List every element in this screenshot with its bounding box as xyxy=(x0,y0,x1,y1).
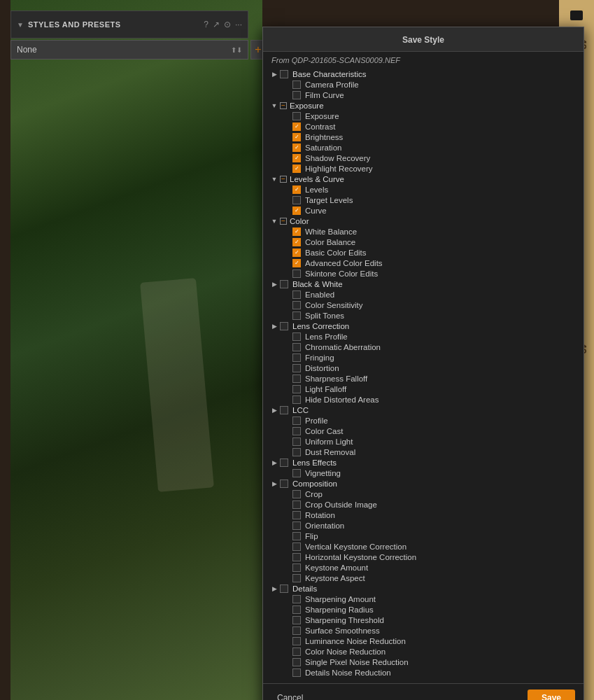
checkbox-vignetting[interactable] xyxy=(292,469,301,477)
item-color-cast[interactable]: Color Cast xyxy=(269,426,578,436)
item-rotation[interactable]: Rotation xyxy=(269,510,578,520)
item-sharpening-threshold[interactable]: Sharpening Threshold xyxy=(269,615,578,625)
item-sharpening-radius[interactable]: Sharpening Radius xyxy=(269,604,578,615)
checkbox-sharpening-threshold[interactable] xyxy=(292,616,301,624)
item-levels[interactable]: Levels xyxy=(269,184,578,195)
item-hide-distorted[interactable]: Hide Distorted Areas xyxy=(269,394,578,405)
item-highlight-recovery[interactable]: Highlight Recovery xyxy=(269,163,578,174)
checkbox-white-balance[interactable] xyxy=(292,227,301,236)
item-skintone-color-edits[interactable]: Skintone Color Edits xyxy=(269,268,578,279)
checkbox-keystone-aspect[interactable] xyxy=(292,574,301,582)
item-contrast[interactable]: Contrast xyxy=(269,121,578,132)
checkbox-saturation[interactable] xyxy=(292,144,301,152)
checkbox-contrast[interactable] xyxy=(292,122,301,131)
checkbox-distortion[interactable] xyxy=(292,364,301,372)
item-vignetting[interactable]: Vignetting xyxy=(269,468,578,478)
checkbox-flip[interactable] xyxy=(292,532,301,540)
save-button[interactable]: Save xyxy=(528,690,575,700)
checkbox-composition[interactable] xyxy=(280,479,288,488)
item-color-balance[interactable]: Color Balance xyxy=(269,237,578,247)
collapse-icon[interactable]: ▼ xyxy=(17,21,24,29)
checkbox-light-falloff[interactable] xyxy=(292,385,301,393)
checkbox-curve[interactable] xyxy=(292,206,301,215)
item-brightness[interactable]: Brightness xyxy=(269,132,578,142)
checkbox-base[interactable] xyxy=(280,70,288,78)
checkbox-sharpening-radius[interactable] xyxy=(292,606,301,614)
checkbox-chromatic-aberration[interactable] xyxy=(292,343,301,351)
checkbox-profile[interactable] xyxy=(292,416,301,425)
checkbox-bw[interactable] xyxy=(280,280,288,288)
item-keystone-aspect[interactable]: Keystone Aspect xyxy=(269,573,578,583)
section-composition[interactable]: Composition xyxy=(269,478,578,489)
checkbox-sharpness-falloff[interactable] xyxy=(292,374,301,383)
item-dust-removal[interactable]: Dust Removal xyxy=(269,447,578,457)
item-fringing[interactable]: Fringing xyxy=(269,352,578,363)
item-shadow-recovery[interactable]: Shadow Recovery xyxy=(269,153,578,163)
checkbox-hide-distorted[interactable] xyxy=(292,396,301,404)
help-icon[interactable]: ? xyxy=(204,20,208,29)
checkbox-horizontal-keystone[interactable] xyxy=(292,553,301,561)
checkbox-crop-outside[interactable] xyxy=(292,500,301,509)
item-target-levels[interactable]: Target Levels xyxy=(269,195,578,205)
item-camera-profile[interactable]: Camera Profile xyxy=(269,79,578,90)
item-film-curve[interactable]: Film Curve xyxy=(269,90,578,100)
item-profile[interactable]: Profile xyxy=(269,415,578,426)
checkbox-color-sensitivity[interactable] xyxy=(292,301,301,309)
item-split-tones[interactable]: Split Tones xyxy=(269,310,578,321)
checkbox-details[interactable] xyxy=(280,584,288,593)
item-vertical-keystone[interactable]: Vertical Keystone Correction xyxy=(269,541,578,552)
section-levels-curve[interactable]: Levels & Curve xyxy=(269,174,578,184)
checkbox-details-noise[interactable] xyxy=(292,668,301,677)
checkbox-basic-color-edits[interactable] xyxy=(292,248,301,257)
item-orientation[interactable]: Orientation xyxy=(269,520,578,531)
item-lens-profile[interactable]: Lens Profile xyxy=(269,331,578,342)
checkbox-dust-removal[interactable] xyxy=(292,448,301,456)
item-white-balance[interactable]: White Balance xyxy=(269,226,578,237)
checkbox-target-levels[interactable] xyxy=(292,196,301,204)
checkbox-shadow-recovery[interactable] xyxy=(292,154,301,162)
checkbox-uniform-light[interactable] xyxy=(292,438,301,446)
section-lens-effects[interactable]: Lens Effects xyxy=(269,457,578,468)
checkbox-advanced-color-edits[interactable] xyxy=(292,259,301,267)
checkbox-film-curve[interactable] xyxy=(292,91,301,99)
item-saturation[interactable]: Saturation xyxy=(269,142,578,153)
checkbox-highlight-recovery[interactable] xyxy=(292,164,301,173)
section-details[interactable]: Details xyxy=(269,583,578,594)
checkbox-color-cast[interactable] xyxy=(292,427,301,435)
item-sharpness-falloff[interactable]: Sharpness Falloff xyxy=(269,373,578,384)
item-surface-smoothness[interactable]: Surface Smoothness xyxy=(269,625,578,636)
item-crop-outside[interactable]: Crop Outside Image xyxy=(269,499,578,510)
checkbox-sharpening-amount[interactable] xyxy=(292,595,301,603)
checkbox-luminance-noise[interactable] xyxy=(292,637,301,645)
item-chromatic-aberration[interactable]: Chromatic Aberration xyxy=(269,342,578,352)
style-dropdown[interactable]: None ⬆⬇ xyxy=(10,40,248,59)
checkbox-brightness[interactable] xyxy=(292,133,301,141)
checkbox-levels[interactable] xyxy=(292,186,301,194)
item-exposure[interactable]: Exposure xyxy=(269,111,578,121)
checkbox-crop[interactable] xyxy=(292,490,301,498)
item-color-noise[interactable]: Color Noise Reduction xyxy=(269,646,578,657)
item-single-pixel-noise[interactable]: Single Pixel Noise Reduction xyxy=(269,657,578,667)
item-distortion[interactable]: Distortion xyxy=(269,363,578,373)
checkbox-exposure[interactable] xyxy=(292,112,301,120)
item-sharpening-amount[interactable]: Sharpening Amount xyxy=(269,594,578,604)
export-icon[interactable]: ↗ xyxy=(213,20,220,29)
section-exposure[interactable]: Exposure xyxy=(269,100,578,111)
checkbox-fringing[interactable] xyxy=(292,354,301,362)
checkbox-vertical-keystone[interactable] xyxy=(292,542,301,551)
item-details-noise[interactable]: Details Noise Reduction xyxy=(269,667,578,678)
checkbox-skintone-color-edits[interactable] xyxy=(292,270,301,278)
checkbox-orientation[interactable] xyxy=(292,522,301,530)
item-enabled[interactable]: Enabled xyxy=(269,289,578,300)
section-lens-correction[interactable]: Lens Correction xyxy=(269,321,578,331)
checkbox-rotation[interactable] xyxy=(292,511,301,519)
checkbox-lens-effects[interactable] xyxy=(280,458,288,467)
item-crop[interactable]: Crop xyxy=(269,489,578,499)
checkbox-enabled[interactable] xyxy=(292,290,301,299)
cancel-button[interactable]: Cancel xyxy=(271,690,309,700)
checkbox-single-pixel-noise[interactable] xyxy=(292,658,301,666)
item-horizontal-keystone[interactable]: Horizontal Keystone Correction xyxy=(269,552,578,562)
checkbox-lcc[interactable] xyxy=(280,406,288,414)
item-advanced-color-edits[interactable]: Advanced Color Edits xyxy=(269,258,578,268)
more-icon[interactable]: ··· xyxy=(235,20,242,29)
